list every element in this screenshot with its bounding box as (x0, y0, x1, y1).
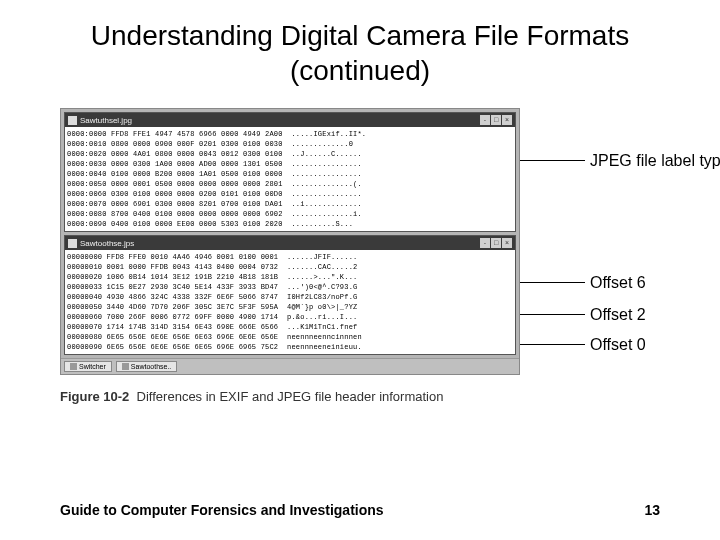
page-title: Understanding Digital Camera File Format… (40, 18, 680, 88)
maximize-icon[interactable]: □ (491, 115, 501, 125)
titlebar-exif[interactable]: Sawtuthsel.jpg -□× (65, 113, 515, 127)
window-icon (68, 239, 77, 248)
hex-window-exif: Sawtuthsel.jpg -□× 0000:0000 FFD8 FFE1 4… (64, 112, 516, 232)
slide-footer: Guide to Computer Forensics and Investig… (60, 502, 660, 518)
hex-body-exif: 0000:0000 FFD8 FFE1 4947 4578 6966 0000 … (65, 127, 515, 231)
figure-caption-text: Differences in EXIF and JPEG file header… (137, 389, 444, 404)
window-controls[interactable]: -□× (479, 115, 512, 125)
leader-line (520, 160, 585, 161)
figure-area: Sawtuthsel.jpg -□× 0000:0000 FFD8 FFE1 4… (60, 108, 660, 404)
label-jpeg-types: JPEG file label types (590, 152, 720, 170)
minimize-icon[interactable]: - (480, 115, 490, 125)
maximize-icon[interactable]: □ (491, 238, 501, 248)
figure-caption: Figure 10-2 Differences in EXIF and JPEG… (60, 389, 660, 404)
close-icon[interactable]: × (502, 238, 512, 248)
app-icon (122, 363, 129, 370)
page-number: 13 (644, 502, 660, 518)
leader-line (520, 314, 585, 315)
window-icon (68, 116, 77, 125)
taskbar-button[interactable]: Sawtoothse.. (116, 361, 177, 372)
window-title-exif: Sawtuthsel.jpg (80, 116, 132, 125)
label-offset-6: Offset 6 (590, 274, 646, 292)
hex-body-jfif: 00000000 FFD8 FFE0 0010 4A46 4946 0001 0… (65, 250, 515, 354)
taskbar-button[interactable]: Switcher (64, 361, 112, 372)
label-offset-2: Offset 2 (590, 306, 646, 324)
taskbar: Switcher Sawtoothse.. (61, 358, 519, 374)
minimize-icon[interactable]: - (480, 238, 490, 248)
figure-number: Figure 10-2 (60, 389, 129, 404)
label-offset-0: Offset 0 (590, 336, 646, 354)
leader-line (520, 282, 585, 283)
hex-viewer-container: Sawtuthsel.jpg -□× 0000:0000 FFD8 FFE1 4… (60, 108, 520, 375)
leader-line (520, 344, 585, 345)
hex-window-jfif: Sawtoothse.jps -□× 00000000 FFD8 FFE0 00… (64, 235, 516, 355)
close-icon[interactable]: × (502, 115, 512, 125)
footer-left: Guide to Computer Forensics and Investig… (60, 502, 384, 518)
app-icon (70, 363, 77, 370)
titlebar-jfif[interactable]: Sawtoothse.jps -□× (65, 236, 515, 250)
window-title-jfif: Sawtoothse.jps (80, 239, 134, 248)
window-controls[interactable]: -□× (479, 238, 512, 248)
